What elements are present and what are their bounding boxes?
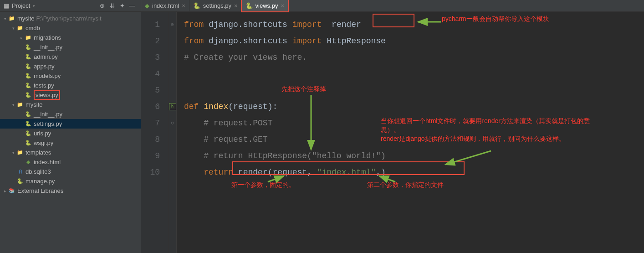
collapse-icon[interactable]: ⇊ [108, 2, 116, 10]
line-gutter: 123 456 789 10 [141, 12, 169, 253]
tree-file[interactable]: 🐍__init__.py [0, 109, 141, 119]
tool-window-header: ▦ Project ▾ ⊕ ⇊ ✦ — [0, 0, 141, 12]
locate-icon[interactable]: ⊕ [98, 2, 106, 10]
tree-file[interactable]: 🐍admin.py [0, 52, 141, 62]
close-icon[interactable]: × [182, 2, 185, 9]
tree-file-db[interactable]: 🛢db.sqlite3 [0, 167, 141, 176]
python-icon: 🐍 [245, 2, 253, 9]
project-sidebar: ▦ Project ▾ ⊕ ⇊ ✦ — ▾📁 mysite F:\Python\… [0, 0, 141, 253]
tab-label: index.html [152, 2, 179, 9]
close-icon[interactable]: × [234, 2, 238, 9]
override-icon[interactable]: h [169, 103, 176, 110]
tab-label: views.py [256, 2, 278, 9]
editor-area: ◆ index.html × 🐍 settings.py × 🐍 views.p… [141, 0, 644, 253]
hide-icon[interactable]: — [128, 2, 136, 10]
tree-file-manage[interactable]: 🐍manage.py [0, 176, 141, 186]
tree-file[interactable]: 🐍apps.py [0, 62, 141, 71]
tree-file[interactable]: 🐍wsgi.py [0, 138, 141, 148]
html-icon: ◆ [145, 2, 149, 9]
code-editor[interactable]: 123 456 789 10 ⊖ h ⊖ from django.shortcu… [141, 12, 644, 253]
tree-folder-templates[interactable]: ▾📁 templates [0, 148, 141, 157]
tree-file[interactable]: 🐍models.py [0, 71, 141, 81]
annotation: 第二个参数，你指定的文件 [367, 181, 444, 190]
tab-label: settings.py [203, 2, 231, 9]
tree-folder-mysite[interactable]: ▾📁 mysite [0, 100, 141, 109]
python-icon: 🐍 [193, 2, 200, 9]
tool-title: Project [12, 2, 30, 9]
code-content[interactable]: from django.shortcuts import render from… [177, 12, 644, 253]
settings-icon[interactable]: ✦ [118, 2, 126, 10]
fold-column: ⊖ h ⊖ [169, 12, 177, 253]
tab-indexhtml[interactable]: ◆ index.html × [141, 0, 189, 11]
tree-root[interactable]: ▾📁 mysite F:\Python\pycharm\mysit [0, 14, 141, 23]
tree-file-views[interactable]: 🐍views.py [0, 90, 141, 100]
close-icon[interactable]: × [281, 2, 284, 9]
tree-folder-migrations[interactable]: ▸📁 migrations [0, 33, 141, 42]
project-icon: ▦ [4, 2, 9, 9]
editor-tabs: ◆ index.html × 🐍 settings.py × 🐍 views.p… [141, 0, 644, 12]
tree-folder-cmdb[interactable]: ▾📁 cmdb [0, 23, 141, 33]
dropdown-icon[interactable]: ▾ [33, 4, 35, 8]
tree-file[interactable]: 🐍__init__.py [0, 42, 141, 52]
tree-file[interactable]: 🐍tests.py [0, 81, 141, 90]
tree-file[interactable]: 🐍urls.py [0, 129, 141, 138]
tree-file-settings[interactable]: 🐍settings.py [0, 119, 141, 129]
tree-file-indexhtml[interactable]: ◆index.html [0, 157, 141, 167]
tab-views[interactable]: 🐍 views.py × [242, 0, 288, 11]
project-tree[interactable]: ▾📁 mysite F:\Python\pycharm\mysit ▾📁 cmd… [0, 12, 141, 253]
tab-settings[interactable]: 🐍 settings.py × [189, 0, 242, 11]
annotation: 第一个参数，固定的。 [231, 181, 295, 190]
tree-external-libs[interactable]: ▸📚 External Libraries [0, 186, 141, 196]
